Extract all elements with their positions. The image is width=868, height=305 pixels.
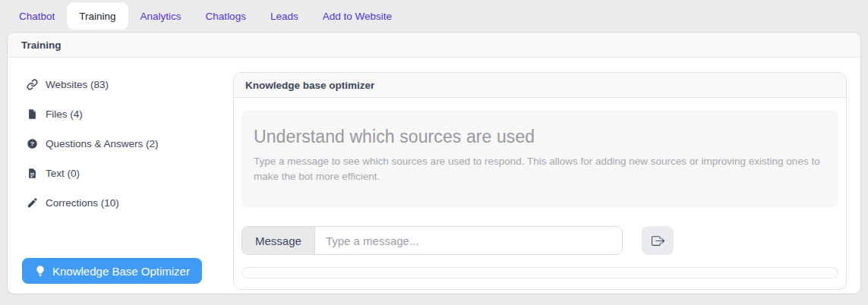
message-input[interactable] [315,227,622,254]
sidebar-item-label: Text (0) [46,168,80,179]
file-icon [27,108,38,120]
training-card-body: Websites (83) Files (4) ? Questions & An… [8,58,860,294]
svg-text:?: ? [30,140,34,147]
tab-analytics[interactable]: Analytics [128,2,194,30]
results-placeholder-box [241,267,838,278]
hero-description: Type a message to see which sources are … [254,154,826,184]
knowledge-base-optimizer-button[interactable]: Knowledge Base Optimizer [22,258,202,284]
knowledge-base-optimizer-label: Knowledge Base Optimizer [52,265,190,278]
training-card-header: Training [8,33,860,58]
sidebar-item-corrections[interactable]: Corrections (10) [27,188,119,218]
question-circle-icon: ? [27,138,38,149]
sources-sidebar: Websites (83) Files (4) ? Questions & An… [8,58,233,294]
sidebar-item-label: Websites (83) [46,79,109,90]
sidebar-item-text[interactable]: Text (0) [27,159,80,188]
pencil-icon [27,197,38,209]
box-arrow-right-icon [652,234,664,247]
sidebar-item-label: Files (4) [46,108,83,120]
sidebar-item-websites[interactable]: Websites (83) [27,70,109,99]
sidebar-item-label: Questions & Answers (2) [46,138,159,149]
panel-title: Knowledge base optimizer [245,80,374,91]
tab-leads[interactable]: Leads [258,2,311,30]
top-tab-bar: Chatbot Training Analytics Chatlogs Lead… [0,0,868,32]
message-input-label: Message [242,227,315,254]
sidebar-item-questions-answers[interactable]: ? Questions & Answers (2) [27,129,159,159]
hero-heading: Understand which sources are used [254,127,826,147]
sidebar-item-label: Corrections (10) [46,197,119,209]
tab-chatbot[interactable]: Chatbot [7,2,67,30]
message-row: Message [241,226,838,255]
tab-training[interactable]: Training [67,2,128,30]
hero-info-box: Understand which sources are used Type a… [241,110,838,207]
knowledge-base-optimizer-panel: Knowledge base optimizer Understand whic… [233,72,847,290]
tab-add-to-website[interactable]: Add to Website [311,2,404,30]
lightbulb-icon [34,265,46,277]
panel-header: Knowledge base optimizer [234,73,846,98]
tab-chatlogs[interactable]: Chatlogs [194,2,258,30]
sidebar-item-files[interactable]: Files (4) [27,99,83,129]
link-icon [27,79,38,90]
page-title: Training [21,39,62,51]
text-file-icon [27,168,38,179]
panel-body: Understand which sources are used Type a… [234,98,846,278]
message-input-group: Message [241,226,623,255]
send-message-button[interactable] [642,226,674,255]
training-card: Training Websites (83) Files (4) ? Quest… [7,32,861,294]
